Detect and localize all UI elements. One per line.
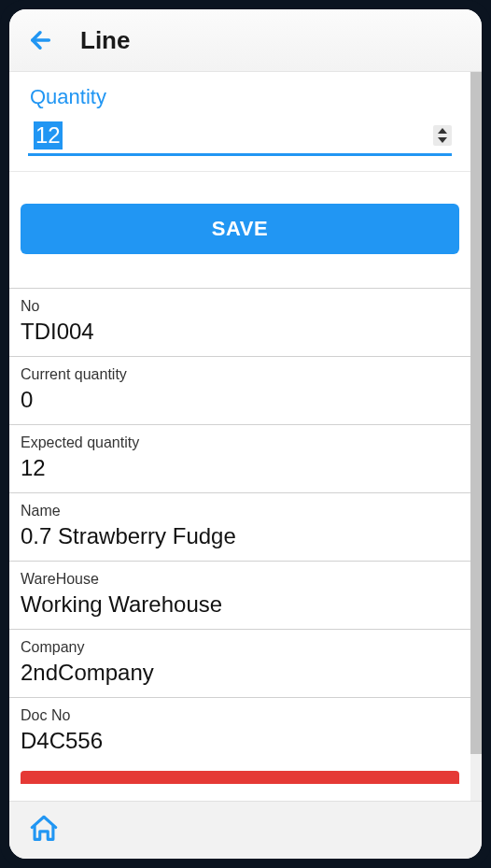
device-frame: Line Quantity 12 SAVE: [0, 0, 491, 868]
detail-label: Current quantity: [21, 366, 459, 383]
quantity-panel: Quantity 12: [9, 72, 470, 172]
detail-label: Company: [21, 639, 459, 656]
svg-marker-1: [438, 128, 447, 134]
chevron-down-icon: [437, 136, 448, 144]
home-button[interactable]: [28, 813, 60, 848]
detail-value: 2ndCompany: [21, 660, 459, 686]
page-title: Line: [80, 26, 130, 55]
detail-label: Doc No: [21, 707, 459, 724]
scroll-view: Quantity 12 SAVE NoTDI004Current quantit…: [9, 72, 470, 801]
header: Line: [9, 9, 482, 72]
quantity-stepper[interactable]: [433, 125, 452, 146]
home-icon: [28, 813, 60, 845]
detail-value: 0: [21, 387, 459, 413]
svg-marker-2: [438, 137, 447, 143]
detail-value: 0.7 Strawberry Fudge: [21, 523, 459, 549]
detail-value: Working Warehouse: [21, 591, 459, 618]
detail-label: Expected quantity: [21, 434, 459, 451]
detail-label: Name: [21, 503, 459, 519]
back-button[interactable]: [22, 22, 58, 58]
detail-label: No: [21, 298, 459, 315]
detail-value: 12: [21, 455, 459, 481]
detail-row: NoTDI004: [9, 289, 470, 357]
screen: Line Quantity 12 SAVE: [9, 9, 482, 859]
detail-label: WareHouse: [21, 571, 459, 588]
detail-value: TDI004: [21, 319, 459, 345]
details-list: NoTDI004Current quantity0Expected quanti…: [9, 289, 470, 765]
scrollbar-thumb[interactable]: [470, 72, 482, 754]
quantity-input[interactable]: 12: [28, 117, 452, 156]
detail-row: Name0.7 Strawberry Fudge: [9, 493, 470, 562]
content-area: Quantity 12 SAVE NoTDI004Current quantit…: [9, 72, 482, 801]
scrollbar[interactable]: [470, 72, 482, 801]
footer: [9, 801, 482, 859]
save-button[interactable]: SAVE: [21, 204, 459, 254]
detail-row: Doc NoD4C556: [9, 698, 470, 765]
detail-value: D4C556: [21, 728, 459, 754]
detail-row: Expected quantity12: [9, 425, 470, 493]
quantity-label: Quantity: [21, 72, 459, 117]
quantity-value: 12: [34, 121, 63, 149]
chevron-up-icon: [437, 127, 448, 135]
detail-row: Company2ndCompany: [9, 630, 470, 698]
arrow-left-icon: [27, 27, 53, 53]
save-panel: SAVE: [9, 172, 470, 289]
detail-row: WareHouseWorking Warehouse: [9, 562, 470, 630]
delete-button[interactable]: [21, 771, 459, 784]
detail-row: Current quantity0: [9, 357, 470, 425]
